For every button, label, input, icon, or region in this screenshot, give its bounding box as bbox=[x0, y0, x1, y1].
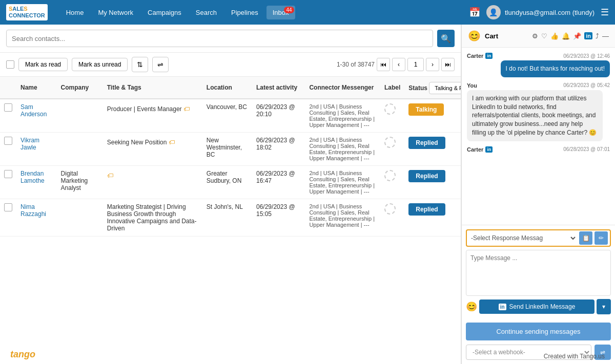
label-circle-2[interactable] bbox=[384, 170, 396, 181]
status-button-2[interactable]: Replied bbox=[408, 170, 445, 182]
pagination-count: 1-30 of 38747 bbox=[337, 61, 375, 68]
table-row: Nima Razzaghi Marketing Strategist | Dri… bbox=[0, 199, 461, 237]
logo: SALESCONNECTOR bbox=[6, 4, 48, 20]
chat-message-0: Carter in 06/29/2023 @ 12:46 I do not! B… bbox=[467, 53, 610, 77]
chat-message-1: You 06/29/2023 @ 05:42 I am working with… bbox=[467, 82, 610, 141]
shuffle-icon-button[interactable]: ⇌ bbox=[152, 57, 169, 72]
status-button-3[interactable]: Replied bbox=[408, 203, 445, 216]
send-row: 😊 in Send LinkedIn Message ▾ bbox=[466, 299, 611, 314]
contact-name-2[interactable]: Brendan Lamothe bbox=[20, 170, 45, 184]
chat-like-icon[interactable]: 👍 bbox=[550, 32, 559, 40]
page-input[interactable] bbox=[407, 58, 424, 71]
col-title: Title & Tags bbox=[103, 77, 202, 99]
search-bar: 🔍 bbox=[0, 25, 461, 53]
msg-linkedin-badge-2: in bbox=[485, 146, 493, 153]
mark-read-button[interactable]: Mark as read bbox=[18, 58, 68, 71]
mark-unread-button[interactable]: Mark as unread bbox=[72, 58, 128, 71]
label-circle-3[interactable] bbox=[384, 203, 396, 215]
contact-location-2: Greater Sudbury, ON bbox=[202, 166, 252, 199]
tag-icon-0: 🏷 bbox=[183, 105, 190, 113]
msg-sender-0: Carter in bbox=[467, 53, 493, 59]
chat-contact-name: Cart bbox=[485, 32, 528, 40]
pagination: 1-30 of 38747 ⏮ ‹ › ⏭ bbox=[337, 58, 455, 71]
msg-meta-2: Carter in 06/28/2023 @ 07:01 bbox=[467, 146, 610, 153]
nav-pipelines[interactable]: Pipelines bbox=[225, 6, 264, 19]
message-textarea[interactable] bbox=[466, 250, 611, 296]
nav-search[interactable]: Search bbox=[190, 6, 223, 19]
prev-page-button[interactable]: ‹ bbox=[392, 58, 405, 71]
user-menu[interactable]: 👤 tlundyusa@gmail.com (tlundy) bbox=[486, 5, 594, 19]
table-row: Vikram Jawle Seeking New Position 🏷 New … bbox=[0, 133, 461, 166]
send-linkedin-button[interactable]: in Send LinkedIn Message bbox=[479, 299, 594, 314]
continue-sending-button[interactable]: Continue sending messages bbox=[466, 323, 611, 340]
avatar: 👤 bbox=[486, 5, 501, 19]
contact-location-0: Vancouver, BC bbox=[202, 99, 252, 133]
contact-activity-1: 06/29/2023 @ 18:02 bbox=[252, 133, 305, 166]
user-email: tlundyusa@gmail.com (tlundy) bbox=[505, 9, 594, 16]
table-row: Sam Anderson Producer | Events Manager 🏷… bbox=[0, 99, 461, 133]
response-select-container: -Select Response Messag 📋 ✏ bbox=[466, 229, 611, 247]
chat-pin-icon[interactable]: 📌 bbox=[573, 32, 581, 40]
chat-share-icon[interactable]: ⤴ bbox=[596, 32, 599, 40]
msg-bubble-1: I am working with our platform that util… bbox=[467, 90, 603, 141]
toolbar: Mark as read Mark as unread ⇅ ⇌ 1-30 of … bbox=[0, 53, 461, 77]
search-input[interactable] bbox=[6, 30, 433, 47]
msg-sender-1: You bbox=[467, 82, 477, 89]
col-status: Status Talking & Replied Talking Replied… bbox=[404, 77, 461, 99]
contact-activity-0: 06/29/2023 @ 20:10 bbox=[252, 99, 305, 133]
label-circle-1[interactable] bbox=[384, 137, 396, 148]
hamburger-icon[interactable]: ☰ bbox=[601, 7, 609, 18]
tag-icon-1: 🏷 bbox=[169, 139, 175, 146]
row-checkbox-3[interactable] bbox=[4, 203, 12, 211]
select-all-checkbox[interactable] bbox=[6, 60, 14, 69]
emoji-button[interactable]: 😊 bbox=[466, 301, 477, 312]
msg-meta-0: Carter in 06/29/2023 @ 12:46 bbox=[467, 53, 610, 59]
col-company: Company bbox=[57, 77, 103, 99]
label-circle-0[interactable] bbox=[384, 103, 396, 115]
row-checkbox-2[interactable] bbox=[4, 170, 12, 178]
edit-template-button[interactable]: ✏ bbox=[594, 231, 608, 245]
col-name: Name bbox=[16, 77, 57, 99]
msg-time-0: 06/29/2023 @ 12:46 bbox=[563, 53, 610, 59]
col-messenger: Connector Messenger bbox=[305, 77, 380, 99]
contacts-table: Name Company Title & Tags Location Lates… bbox=[0, 77, 461, 364]
contact-messenger-1: 2nd | USA | Business Consulting | Sales,… bbox=[305, 133, 380, 166]
chat-heart-icon[interactable]: ♡ bbox=[541, 32, 547, 40]
nav-campaigns[interactable]: Campaigns bbox=[141, 6, 188, 19]
contact-title-3: Marketing Strategist | Driving Business … bbox=[107, 203, 197, 232]
table-row: Brendan Lamothe Digital Marketing Analys… bbox=[0, 166, 461, 199]
status-button-0[interactable]: Talking bbox=[408, 103, 444, 116]
chat-emoji-icon: 😊 bbox=[468, 30, 481, 42]
next-page-button[interactable]: › bbox=[426, 58, 439, 71]
send-dropdown-button[interactable]: ▾ bbox=[597, 299, 611, 314]
contact-name-0[interactable]: Sam Anderson bbox=[20, 103, 47, 118]
status-button-1[interactable]: Replied bbox=[408, 137, 445, 149]
nav-mynetwork[interactable]: My Network bbox=[92, 6, 139, 19]
contact-activity-2: 06/29/2023 @ 16:47 bbox=[252, 166, 305, 199]
search-button[interactable]: 🔍 bbox=[437, 30, 455, 47]
status-filter-dropdown[interactable]: Talking & Replied Talking Replied All bbox=[429, 82, 461, 94]
msg-sender-2: Carter in bbox=[467, 146, 493, 153]
contact-title-1: Seeking New Position bbox=[107, 139, 167, 146]
row-checkbox-1[interactable] bbox=[4, 137, 12, 145]
chat-minimize-icon[interactable]: — bbox=[602, 32, 609, 40]
contact-name-1[interactable]: Vikram Jawle bbox=[20, 137, 39, 151]
nav-inbox[interactable]: Inbox 44 bbox=[266, 6, 295, 19]
contact-name-3[interactable]: Nima Razzaghi bbox=[20, 203, 46, 218]
chat-bell-icon[interactable]: 🔔 bbox=[562, 32, 570, 40]
copy-template-button[interactable]: 📋 bbox=[579, 231, 592, 245]
top-navigation: SALESCONNECTOR Home My Network Campaigns… bbox=[0, 0, 615, 25]
calendar-icon[interactable]: 📅 bbox=[469, 7, 480, 18]
nav-home[interactable]: Home bbox=[60, 6, 90, 19]
contact-messenger-3: 2nd | USA | Business Consulting | Sales,… bbox=[305, 199, 380, 237]
chat-settings-icon[interactable]: ⚙ bbox=[532, 32, 538, 40]
response-template-dropdown[interactable]: -Select Response Messag bbox=[469, 234, 577, 242]
row-checkbox-0[interactable] bbox=[4, 103, 12, 112]
created-with-text: Created with Tango.us bbox=[544, 353, 605, 360]
chat-linkedin-icon[interactable]: in bbox=[584, 32, 592, 39]
last-page-button[interactable]: ⏭ bbox=[441, 58, 455, 71]
first-page-button[interactable]: ⏮ bbox=[377, 58, 390, 71]
contact-messenger-0: 2nd | USA | Business Consulting | Sales,… bbox=[305, 99, 380, 133]
filter-icon-button[interactable]: ⇅ bbox=[132, 57, 148, 72]
col-label: Label bbox=[380, 77, 404, 99]
